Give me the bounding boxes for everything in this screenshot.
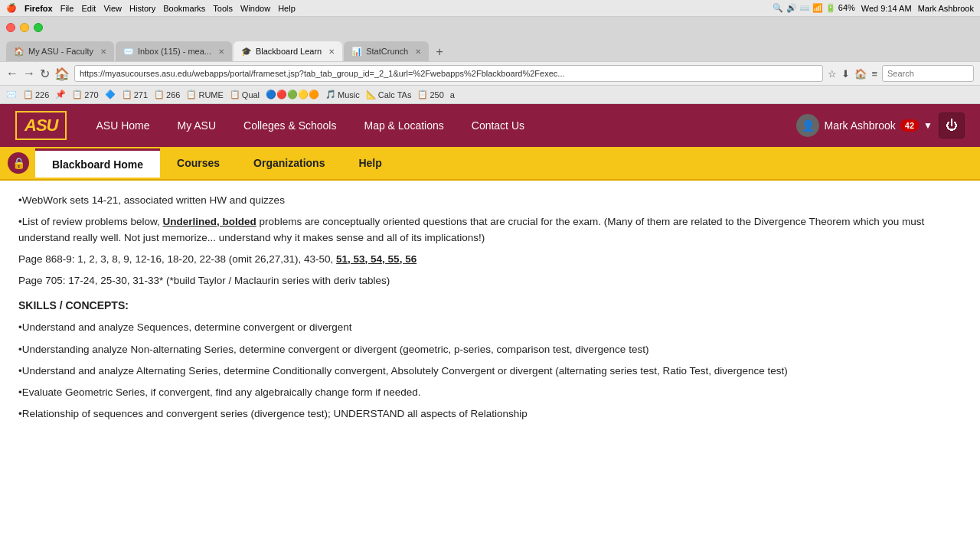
tab-label: My ASU - Faculty xyxy=(28,47,93,56)
skill-sequences: •Understand and analyze Sequences, deter… xyxy=(18,320,962,335)
tab-icon: ✉️ xyxy=(123,47,134,57)
skill-relationship: •Relationship of sequences and convergen… xyxy=(18,406,962,422)
bookmark-star-icon[interactable]: ☆ xyxy=(828,68,837,80)
view-menu[interactable]: View xyxy=(103,4,122,13)
nav-contact-us[interactable]: Contact Us xyxy=(458,104,538,147)
help-menu[interactable]: Help xyxy=(278,4,296,13)
forward-button[interactable]: → xyxy=(23,67,35,80)
refresh-button[interactable]: ↻ xyxy=(40,67,50,81)
skill-non-alternating: •Understanding analyze Non-alternating S… xyxy=(18,342,962,357)
bb-lock-icon: 🔒 xyxy=(8,152,29,174)
tab-close-button[interactable]: ✕ xyxy=(218,47,224,56)
nav-map-locations[interactable]: Map & Locations xyxy=(350,104,457,147)
bookmark-icons-row: 🔵🔴🟢🟡🟠 xyxy=(266,90,319,99)
bullet-review: •List of review problems below, Underlin… xyxy=(18,214,962,246)
bb-nav-organizations[interactable]: Organizations xyxy=(237,148,341,178)
tab-gmail[interactable]: ✉️ Inbox (115) - mea... ✕ xyxy=(116,41,232,61)
page1-plain-nums: 1, 2, 3, 8, 9, 12-16, 18-20, 22-38 (omit… xyxy=(77,253,333,265)
bb-subnav: 🔒 Blackboard Home Courses Organizations … xyxy=(0,147,980,181)
browser-tabs: 🏠 My ASU - Faculty ✕ ✉️ Inbox (115) - me… xyxy=(0,38,980,61)
tab-close-button[interactable]: ✕ xyxy=(100,47,106,56)
tab-blackboard[interactable]: 🎓 Blackboard Learn ✕ xyxy=(234,41,342,61)
asu-logo[interactable]: ASU xyxy=(15,111,67,140)
download-icon[interactable]: ⬇ xyxy=(841,68,850,80)
bullet-webwork: •WebWork sets 14-21, associated written … xyxy=(18,193,962,208)
file-menu[interactable]: File xyxy=(60,4,74,13)
power-button[interactable]: ⏻ xyxy=(939,112,965,139)
bookmarks-menu[interactable]: Bookmarks xyxy=(163,4,205,13)
asu-header-right: 👤 Mark Ashbrook 42 ▼ ⏻ xyxy=(796,112,965,139)
page-705: Page 705: 17-24, 25-30, 31-33* (*build T… xyxy=(18,273,962,289)
clock: Wed 9:14 AM xyxy=(861,4,912,13)
minimize-button[interactable] xyxy=(20,23,29,32)
url-input[interactable] xyxy=(74,65,823,82)
bookmark-271[interactable]: 📋 271 xyxy=(122,90,148,99)
tab-label: Blackboard Learn xyxy=(256,47,322,56)
new-tab-button[interactable]: + xyxy=(430,43,449,61)
edit-menu[interactable]: Edit xyxy=(81,4,96,13)
bookmarks-bar: ✉️ 📋 226 📌 📋 270 🔷 📋 271 📋 266 📋 RUME 📋 … xyxy=(0,86,980,104)
bookmark-calctas[interactable]: 📐 Calc TAs xyxy=(366,90,412,99)
tab-icon: 🎓 xyxy=(241,47,252,57)
tab-label: StatCrunch xyxy=(366,47,408,56)
user-name: Mark Ashbrook xyxy=(824,119,895,132)
nav-my-asu[interactable]: My ASU xyxy=(163,104,230,147)
bookmark-226[interactable]: 📋 226 xyxy=(23,90,49,99)
bookmark-270[interactable]: 📋 270 xyxy=(72,90,98,99)
nav-colleges-schools[interactable]: Colleges & Schools xyxy=(230,104,350,147)
browser-titlebar xyxy=(0,17,980,38)
bookmark-music[interactable]: 🎵 Music xyxy=(325,90,360,99)
nav-asu-home[interactable]: ASU Home xyxy=(82,104,163,147)
main-content: •WebWork sets 14-21, associated written … xyxy=(0,181,980,551)
asu-header: ASU ASU Home My ASU Colleges & Schools M… xyxy=(0,104,980,147)
more-icon[interactable]: ≡ xyxy=(871,68,877,80)
tab-icon: 📊 xyxy=(351,47,362,57)
home-icon2[interactable]: 🏠 xyxy=(854,68,867,80)
bookmark-icon2: 🔷 xyxy=(105,90,116,99)
close-button[interactable] xyxy=(6,23,15,32)
history-menu[interactable]: History xyxy=(129,4,155,13)
skill-alternating: •Understand and analyze Alternating Seri… xyxy=(18,364,962,379)
underlined-bolded-text: Underlined, bolded xyxy=(163,216,256,227)
tab-my-asu[interactable]: 🏠 My ASU - Faculty ✕ xyxy=(6,41,114,61)
tab-close-button[interactable]: ✕ xyxy=(328,47,335,56)
home-button[interactable]: 🏠 xyxy=(54,67,70,81)
bookmark-mail-icon: ✉️ xyxy=(6,90,17,99)
bookmark-amazon-icon: a xyxy=(450,90,455,99)
system-icons: 🔍 🔊 ⌨️ 📶 🔋 64% xyxy=(773,3,854,13)
page1-bold-nums: 51, 53, 54, 55, 56 xyxy=(336,253,416,265)
asu-nav: ASU Home My ASU Colleges & Schools Map &… xyxy=(82,104,796,147)
bookmark-rume[interactable]: 📋 RUME xyxy=(186,90,223,99)
tools-menu[interactable]: Tools xyxy=(213,4,233,13)
tab-icon: 🏠 xyxy=(14,47,24,57)
tab-close-button[interactable]: ✕ xyxy=(415,47,421,56)
dropdown-arrow-icon[interactable]: ▼ xyxy=(923,120,933,131)
bookmark-qual[interactable]: 📋 Qual xyxy=(230,90,260,99)
back-button[interactable]: ← xyxy=(6,67,18,80)
search-input[interactable] xyxy=(882,65,974,82)
user-area[interactable]: 👤 Mark Ashbrook 42 ▼ xyxy=(796,114,933,137)
window-menu[interactable]: Window xyxy=(240,4,270,13)
notification-badge[interactable]: 42 xyxy=(900,119,919,132)
bb-nav-courses[interactable]: Courses xyxy=(160,148,237,178)
tab-label: Inbox (115) - mea... xyxy=(138,47,211,56)
skills-header: SKILLS / CONCEPTS: xyxy=(18,298,962,314)
page-868: Page 868-9: 1, 2, 3, 8, 9, 12-16, 18-20,… xyxy=(18,252,962,267)
macos-menubar: 🍎 Firefox File Edit View History Bookmar… xyxy=(0,0,980,17)
bookmark-266[interactable]: 📋 266 xyxy=(154,90,180,99)
bb-nav-help[interactable]: Help xyxy=(341,148,398,178)
bb-nav-blackboard-home[interactable]: Blackboard Home xyxy=(35,148,160,178)
bookmark-250[interactable]: 📋 250 xyxy=(417,90,443,99)
maximize-button[interactable] xyxy=(34,23,43,32)
skill-geometric: •Evaluate Geometric Series, if convergen… xyxy=(18,385,962,400)
tab-statcrunch[interactable]: 📊 StatCrunch ✕ xyxy=(344,41,429,61)
firefox-menu[interactable]: Firefox xyxy=(24,4,53,13)
bookmark-pin: 📌 xyxy=(55,90,66,99)
address-bar: ← → ↻ 🏠 ☆ ⬇ 🏠 ≡ xyxy=(0,61,980,86)
user-name-macos: Mark Ashbrook xyxy=(918,4,974,13)
apple-menu[interactable]: 🍎 xyxy=(6,3,17,13)
user-avatar: 👤 xyxy=(796,114,819,137)
